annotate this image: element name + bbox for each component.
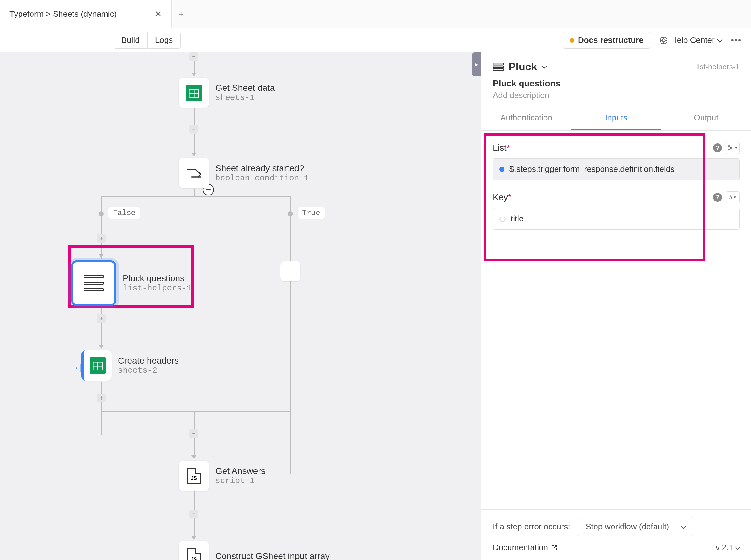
connector xyxy=(101,411,290,412)
tab-inputs[interactable]: Inputs xyxy=(571,106,661,130)
chevron-down-icon xyxy=(681,523,686,529)
svg-point-11 xyxy=(731,147,732,148)
logs-tab[interactable]: Logs xyxy=(147,32,181,48)
list-field-label: List* xyxy=(493,143,510,153)
workflow-node-create-headers[interactable]: Create headers sheets-2 xyxy=(81,350,179,381)
branch-dot-icon xyxy=(288,211,293,216)
docs-restructure-button[interactable]: Docs restructure xyxy=(563,32,650,48)
toolbar: Build Logs Docs restructure Help Center … xyxy=(0,28,751,52)
add-step-button[interactable]: + xyxy=(189,52,198,61)
tab-title: Typeform > Sheets (dynamic) xyxy=(9,9,117,19)
script-icon xyxy=(179,461,209,491)
workflow-node-branch[interactable]: Sheet already started? boolean-condition… xyxy=(179,158,309,188)
field-type-button[interactable]: A ▼ xyxy=(726,192,740,203)
sheets-icon xyxy=(81,350,111,381)
list-field-value: $.steps.trigger.form_response.definition… xyxy=(509,164,733,174)
node-title: Construct GSheet input array xyxy=(215,551,330,560)
node-title: Get Answers xyxy=(215,466,265,476)
help-icon xyxy=(659,36,668,44)
node-id: sheets-1 xyxy=(215,93,275,102)
documentation-link[interactable]: Documentation xyxy=(493,543,557,553)
help-label: Help Center xyxy=(671,35,715,45)
branch-dot-icon xyxy=(99,211,104,216)
add-tab-button[interactable]: + xyxy=(171,0,190,28)
connector xyxy=(194,188,195,197)
collapse-panel-button[interactable]: ▸ xyxy=(472,52,482,76)
node-id: list-helpers-1 xyxy=(123,283,191,293)
arrow-icon xyxy=(191,73,197,76)
key-input-field[interactable]: title xyxy=(493,208,740,229)
chevron-down-icon xyxy=(541,63,547,69)
tab-bar: Typeform > Sheets (dynamic) ✕ + xyxy=(0,0,751,28)
workflow-node-get-answers[interactable]: Get Answers script-1 xyxy=(179,461,265,491)
tab-output[interactable]: Output xyxy=(661,106,751,130)
svg-rect-8 xyxy=(493,69,503,70)
input-arrow-icon: →| xyxy=(71,363,81,373)
svg-rect-7 xyxy=(493,66,503,68)
chevron-down-icon xyxy=(717,37,722,42)
key-field-value: title xyxy=(511,214,733,223)
workflow-node-get-sheet-data[interactable]: Get Sheet data sheets-1 xyxy=(179,78,275,108)
error-handling-select[interactable]: Stop workflow (default) xyxy=(578,517,693,536)
panel-title[interactable]: Pluck xyxy=(493,61,546,73)
close-icon[interactable]: ✕ xyxy=(155,9,162,19)
arrow-icon xyxy=(191,536,197,540)
active-tab[interactable]: Typeform > Sheets (dynamic) ✕ xyxy=(0,0,171,28)
help-center-button[interactable]: Help Center xyxy=(659,35,722,45)
panel-tabs: Authentication Inputs Output xyxy=(482,106,751,131)
branch-false-label: False xyxy=(108,207,140,219)
add-step-button[interactable]: + xyxy=(97,314,106,323)
build-tab[interactable]: Build xyxy=(114,32,147,48)
svg-point-1 xyxy=(663,39,665,42)
more-menu-button[interactable]: ••• xyxy=(731,35,742,45)
blank-icon xyxy=(280,261,301,281)
docs-label: Docs restructure xyxy=(578,35,644,45)
key-field-label: Key* xyxy=(493,192,511,202)
version-selector[interactable]: v 2.1 xyxy=(716,543,740,553)
node-id: boolean-condition-1 xyxy=(215,174,309,183)
error-select-value: Stop workflow (default) xyxy=(586,522,669,532)
data-indicator-icon xyxy=(500,167,504,172)
node-id: script-1 xyxy=(215,476,265,485)
panel-title-text: Pluck xyxy=(509,61,537,73)
node-title: Sheet already started? xyxy=(215,163,309,174)
chevron-down-icon xyxy=(735,544,740,549)
node-title: Get Sheet data xyxy=(215,83,275,93)
connector xyxy=(194,61,195,74)
svg-rect-6 xyxy=(493,63,503,65)
details-panel: ▸ Pluck list-helpers-1 Pluck questions A… xyxy=(481,52,751,560)
branch-true-label: True xyxy=(298,207,325,219)
add-step-button[interactable]: + xyxy=(97,394,106,402)
connector xyxy=(101,196,290,197)
node-id: sheets-2 xyxy=(118,366,179,375)
add-step-button[interactable]: + xyxy=(189,509,198,518)
node-title: Create headers xyxy=(118,356,179,366)
connector xyxy=(290,196,291,474)
add-step-button[interactable]: + xyxy=(97,234,106,243)
add-step-button[interactable]: + xyxy=(189,125,198,134)
arrow-icon xyxy=(99,345,104,349)
panel-subtitle[interactable]: Pluck questions xyxy=(493,79,740,88)
arrow-icon xyxy=(191,455,197,459)
spinner-icon xyxy=(500,216,506,222)
help-icon[interactable]: ? xyxy=(713,143,722,152)
script-icon xyxy=(179,541,209,560)
help-icon[interactable]: ? xyxy=(713,193,722,202)
panel-description[interactable]: Add description xyxy=(493,91,740,100)
sheets-icon xyxy=(179,78,209,108)
field-type-button[interactable]: ▼ xyxy=(726,142,740,154)
list-icon xyxy=(493,63,504,71)
add-step-button[interactable]: + xyxy=(189,429,198,438)
node-title: Pluck questions xyxy=(123,273,191,283)
panel-step-id: list-helpers-1 xyxy=(696,62,740,71)
tab-authentication[interactable]: Authentication xyxy=(482,106,571,130)
external-link-icon xyxy=(551,544,557,551)
workflow-node-pluck-questions[interactable]: Pluck questions list-helpers-1 xyxy=(71,260,191,306)
workflow-node-blank[interactable] xyxy=(280,261,301,281)
status-dot-icon xyxy=(570,38,574,43)
workflow-canvas[interactable]: + + − False True + + + + xyxy=(0,52,481,560)
list-input-field[interactable]: $.steps.trigger.form_response.definition… xyxy=(493,158,740,180)
connector xyxy=(101,382,102,435)
view-toggle: Build Logs xyxy=(114,32,181,48)
workflow-node-construct-array[interactable]: Construct GSheet input array xyxy=(179,541,330,560)
